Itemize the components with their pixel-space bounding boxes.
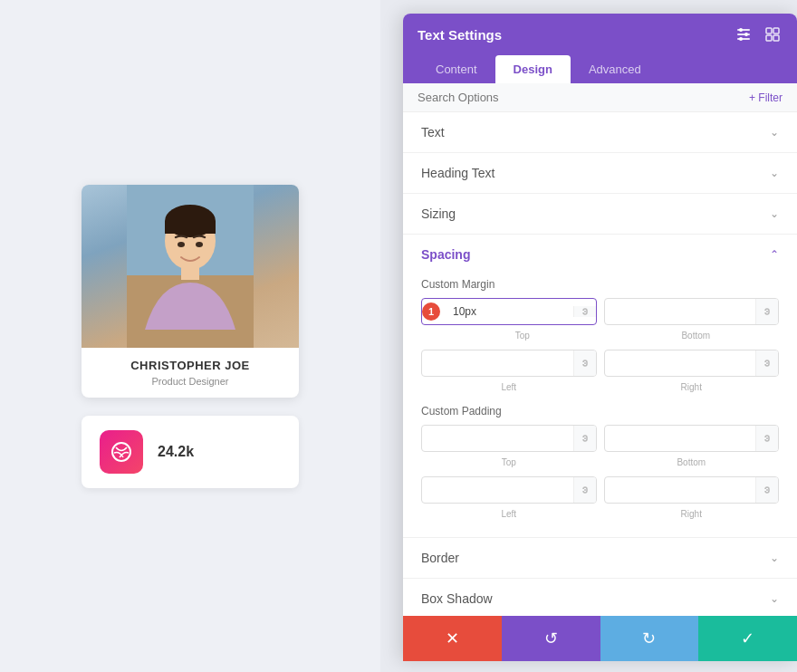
margin-bottom-input-group — [604, 298, 780, 325]
margin-left-label: Left — [421, 382, 597, 392]
tab-content[interactable]: Content — [418, 55, 495, 83]
spacing-chevron-icon: ⌃ — [770, 248, 779, 261]
save-button[interactable]: ✓ — [698, 616, 797, 661]
spacing-section: Spacing ⌃ Custom Margin 1 — [403, 235, 797, 538]
spacing-section-header[interactable]: Spacing ⌃ — [403, 235, 797, 274]
border-chevron-icon: ⌄ — [770, 552, 779, 564]
svg-rect-16 — [773, 28, 779, 34]
padding-top-link-icon[interactable] — [573, 426, 596, 451]
box-shadow-section-header[interactable]: Box Shadow ⌄ — [403, 579, 797, 619]
padding-left-input[interactable] — [422, 477, 573, 503]
svg-point-13 — [744, 33, 748, 36]
svg-point-12 — [739, 28, 743, 32]
panel-title: Text Settings — [418, 27, 502, 43]
margin-top-input[interactable] — [446, 299, 573, 324]
profile-photo — [82, 185, 299, 348]
cancel-button[interactable]: ✕ — [403, 616, 502, 661]
sizing-label: Sizing — [421, 206, 456, 221]
sizing-section-header[interactable]: Sizing ⌄ — [403, 194, 797, 234]
margin-top-input-group: 1 — [421, 298, 597, 325]
svg-rect-4 — [165, 221, 216, 234]
padding-right-input-group — [604, 476, 780, 504]
heading-text-label: Heading Text — [421, 166, 495, 180]
padding-bottom-link-icon[interactable] — [755, 426, 778, 451]
heading-text-section: Heading Text ⌄ — [403, 153, 797, 194]
custom-padding-label: Custom Padding — [421, 405, 779, 418]
margin-bottom-input[interactable] — [605, 299, 756, 324]
action-bar: ✕ ↺ ↻ ✓ — [403, 616, 797, 661]
svg-point-6 — [178, 242, 185, 247]
profile-job-title: Product Designer — [96, 376, 284, 387]
margin-bottom-label: Bottom — [613, 331, 780, 341]
profile-name: CHRISTOPHER JOE — [96, 359, 284, 372]
padding-top-label: Top — [421, 457, 597, 467]
text-section-header[interactable]: Text ⌄ — [403, 112, 797, 152]
settings-toggle-icon[interactable] — [734, 24, 754, 44]
padding-left-input-group — [421, 476, 597, 504]
search-input[interactable] — [418, 91, 742, 104]
box-shadow-section: Box Shadow ⌄ — [403, 579, 797, 619]
settings-panel: Text Settings — [403, 14, 797, 661]
stats-icon — [100, 430, 143, 474]
redo-button[interactable]: ↻ — [600, 616, 699, 661]
padding-top-input[interactable] — [422, 426, 573, 451]
custom-margin-label: Custom Margin — [421, 278, 779, 291]
panel-header: Text Settings — [403, 14, 797, 55]
border-section: Border ⌄ — [403, 538, 797, 579]
padding-left-link-icon[interactable] — [573, 477, 596, 503]
padding-bottom-input[interactable] — [605, 426, 756, 451]
padding-right-link-icon[interactable] — [755, 477, 778, 503]
padding-bottom-label: Bottom — [604, 457, 780, 467]
svg-point-7 — [196, 242, 203, 247]
heading-text-chevron-icon: ⌄ — [770, 167, 779, 179]
margin-right-input[interactable] — [605, 350, 756, 376]
margin-right-link-icon[interactable] — [755, 350, 778, 376]
stats-value: 24.2k — [158, 444, 194, 460]
margin-left-link-icon[interactable] — [573, 350, 596, 376]
svg-rect-18 — [773, 35, 779, 41]
profile-card: CHRISTOPHER JOE Product Designer — [82, 185, 299, 398]
svg-rect-17 — [766, 35, 772, 41]
border-label: Border — [421, 551, 459, 565]
padding-right-label: Right — [604, 509, 780, 519]
text-chevron-icon: ⌄ — [770, 126, 779, 139]
profile-image — [82, 185, 299, 348]
dribbble-icon — [110, 441, 132, 463]
tab-advanced[interactable]: Advanced — [571, 55, 659, 83]
box-shadow-chevron-icon: ⌄ — [770, 592, 779, 605]
padding-left-label: Left — [421, 509, 597, 519]
margin-badge: 1 — [422, 302, 440, 321]
filter-button[interactable]: + Filter — [749, 91, 783, 104]
tab-design[interactable]: Design — [495, 55, 571, 83]
margin-left-input-group — [421, 350, 597, 377]
svg-point-14 — [739, 37, 743, 41]
margin-left-input[interactable] — [422, 350, 573, 376]
margin-right-input-group — [604, 350, 780, 377]
search-bar: + Filter — [403, 83, 797, 112]
expand-icon[interactable] — [763, 24, 783, 44]
margin-top-label: Top — [421, 331, 606, 341]
text-section-label: Text — [421, 125, 445, 139]
margin-top-link-icon[interactable] — [573, 306, 596, 317]
border-section-header[interactable]: Border ⌄ — [403, 538, 797, 578]
spacing-content: Custom Margin 1 — [403, 274, 797, 537]
sizing-section: Sizing ⌄ — [403, 194, 797, 235]
stats-card: 24.2k — [82, 416, 299, 488]
heading-text-section-header[interactable]: Heading Text ⌄ — [403, 153, 797, 193]
padding-top-input-group — [421, 425, 597, 452]
margin-right-label: Right — [604, 382, 780, 392]
person-illustration — [127, 185, 254, 348]
spacing-label: Spacing — [421, 247, 470, 262]
margin-bottom-link-icon[interactable] — [755, 299, 778, 324]
panel-body: Text ⌄ Heading Text ⌄ Sizing ⌄ Spacing ⌃ — [403, 112, 797, 661]
box-shadow-label: Box Shadow — [421, 591, 493, 606]
svg-rect-15 — [766, 28, 772, 34]
panel-header-icons — [734, 24, 783, 44]
sizing-chevron-icon: ⌄ — [770, 207, 779, 220]
profile-info: CHRISTOPHER JOE Product Designer — [82, 348, 299, 398]
preview-area: CHRISTOPHER JOE Product Designer 24.2k — [0, 0, 380, 672]
padding-right-input[interactable] — [605, 477, 756, 503]
panel-tabs: Content Design Advanced — [403, 55, 797, 83]
svg-rect-5 — [181, 266, 199, 280]
undo-button[interactable]: ↺ — [502, 616, 600, 661]
